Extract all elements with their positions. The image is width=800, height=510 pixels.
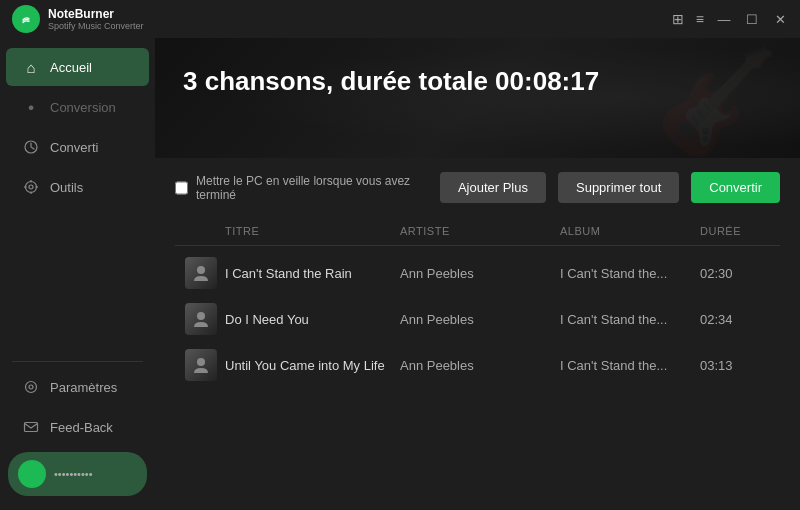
hero-title: 3 chansons, durée totale 00:08:17 bbox=[183, 66, 772, 97]
svg-point-3 bbox=[29, 185, 33, 189]
sleep-label: Mettre le PC en veille lorsque vous avez… bbox=[196, 174, 428, 202]
track-album-1: I Can't Stand the... bbox=[560, 266, 700, 281]
track-thumbnail-1 bbox=[185, 257, 217, 289]
minimize-button[interactable]: — bbox=[716, 11, 732, 27]
user-name: •••••••••• bbox=[54, 468, 93, 480]
title-bar: NoteBurner Spotify Music Converter ⊞ ≡ —… bbox=[0, 0, 800, 38]
sidebar: ⌂ Accueil ● Conversion Converti bbox=[0, 38, 155, 510]
sidebar-label-accueil: Accueil bbox=[50, 60, 92, 75]
app-name: NoteBurner bbox=[48, 7, 144, 21]
main-layout: ⌂ Accueil ● Conversion Converti bbox=[0, 38, 800, 510]
track-album-3: I Can't Stand the... bbox=[560, 358, 700, 373]
hero-banner: 🎸 3 chansons, durée totale 00:08:17 bbox=[155, 38, 800, 158]
col-header-artist: ARTISTE bbox=[400, 225, 560, 237]
user-profile[interactable]: •••••••••• bbox=[8, 452, 147, 496]
grid-icon[interactable]: ⊞ bbox=[672, 11, 684, 27]
track-duration-1: 02:30 bbox=[700, 266, 770, 281]
menu-icon[interactable]: ≡ bbox=[696, 11, 704, 27]
sleep-checkbox[interactable] bbox=[175, 181, 188, 195]
svg-point-13 bbox=[197, 312, 205, 320]
maximize-button[interactable]: ☐ bbox=[744, 11, 760, 27]
track-thumbnail-2 bbox=[185, 303, 217, 335]
sidebar-bottom: Paramètres Feed-Back • bbox=[0, 347, 155, 510]
svg-point-11 bbox=[29, 469, 35, 475]
track-artist-2: Ann Peebles bbox=[400, 312, 560, 327]
svg-point-8 bbox=[26, 382, 37, 393]
track-title-3: Until You Came into My Life bbox=[225, 358, 400, 373]
add-more-button[interactable]: Ajouter Plus bbox=[440, 172, 546, 203]
svg-point-2 bbox=[26, 182, 37, 193]
track-thumbnail-3 bbox=[185, 349, 217, 381]
sidebar-item-feedback[interactable]: Feed-Back bbox=[6, 408, 149, 446]
svg-rect-10 bbox=[25, 423, 38, 432]
sidebar-item-parametres[interactable]: Paramètres bbox=[6, 368, 149, 406]
table-row[interactable]: Do I Need You Ann Peebles I Can't Stand … bbox=[175, 296, 780, 342]
conversion-icon: ● bbox=[22, 98, 40, 116]
track-thumb-art-1 bbox=[185, 257, 217, 289]
toolbar: Mettre le PC en veille lorsque vous avez… bbox=[155, 158, 800, 217]
col-header-thumb bbox=[185, 225, 225, 237]
app-subtitle: Spotify Music Converter bbox=[48, 21, 144, 31]
sidebar-label-parametres: Paramètres bbox=[50, 380, 117, 395]
track-album-2: I Can't Stand the... bbox=[560, 312, 700, 327]
sleep-option-container: Mettre le PC en veille lorsque vous avez… bbox=[175, 174, 428, 202]
sidebar-label-conversion: Conversion bbox=[50, 100, 116, 115]
track-list-header: TITRE ARTISTE ALBUM DURÉE bbox=[175, 217, 780, 246]
svg-point-9 bbox=[29, 385, 33, 389]
avatar bbox=[18, 460, 46, 488]
table-row[interactable]: Until You Came into My Life Ann Peebles … bbox=[175, 342, 780, 388]
title-bar-controls: ⊞ ≡ — ☐ ✕ bbox=[672, 11, 788, 27]
sidebar-label-outils: Outils bbox=[50, 180, 83, 195]
settings-icon bbox=[22, 378, 40, 396]
sidebar-nav: ⌂ Accueil ● Conversion Converti bbox=[0, 38, 155, 347]
home-icon: ⌂ bbox=[22, 58, 40, 76]
close-button[interactable]: ✕ bbox=[772, 11, 788, 27]
hero-content: 3 chansons, durée totale 00:08:17 bbox=[155, 38, 800, 125]
svg-point-14 bbox=[197, 358, 205, 366]
tools-icon bbox=[22, 178, 40, 196]
track-duration-2: 02:34 bbox=[700, 312, 770, 327]
track-thumb-art-2 bbox=[185, 303, 217, 335]
sidebar-item-accueil[interactable]: ⌂ Accueil bbox=[6, 48, 149, 86]
track-thumb-art-3 bbox=[185, 349, 217, 381]
sidebar-item-converti[interactable]: Converti bbox=[6, 128, 149, 166]
sidebar-divider bbox=[12, 361, 143, 362]
track-title-1: I Can't Stand the Rain bbox=[225, 266, 400, 281]
col-header-duration: DURÉE bbox=[700, 225, 770, 237]
content-area: 🎸 3 chansons, durée totale 00:08:17 Mett… bbox=[155, 38, 800, 510]
remove-all-button[interactable]: Supprimer tout bbox=[558, 172, 679, 203]
sidebar-label-converti: Converti bbox=[50, 140, 98, 155]
app-logo bbox=[12, 5, 40, 33]
table-row[interactable]: I Can't Stand the Rain Ann Peebles I Can… bbox=[175, 250, 780, 296]
sidebar-item-conversion[interactable]: ● Conversion bbox=[6, 88, 149, 126]
col-header-title: TITRE bbox=[225, 225, 400, 237]
mail-icon bbox=[22, 418, 40, 436]
app-name-container: NoteBurner Spotify Music Converter bbox=[48, 7, 144, 31]
track-title-2: Do I Need You bbox=[225, 312, 400, 327]
col-header-album: ALBUM bbox=[560, 225, 700, 237]
convert-button[interactable]: Convertir bbox=[691, 172, 780, 203]
sidebar-label-feedback: Feed-Back bbox=[50, 420, 113, 435]
svg-point-12 bbox=[197, 266, 205, 274]
sidebar-item-outils[interactable]: Outils bbox=[6, 168, 149, 206]
track-duration-3: 03:13 bbox=[700, 358, 770, 373]
track-artist-3: Ann Peebles bbox=[400, 358, 560, 373]
track-artist-1: Ann Peebles bbox=[400, 266, 560, 281]
track-list-container: TITRE ARTISTE ALBUM DURÉE I Can't Stand … bbox=[155, 217, 800, 510]
title-bar-left: NoteBurner Spotify Music Converter bbox=[12, 5, 144, 33]
converti-icon bbox=[22, 138, 40, 156]
